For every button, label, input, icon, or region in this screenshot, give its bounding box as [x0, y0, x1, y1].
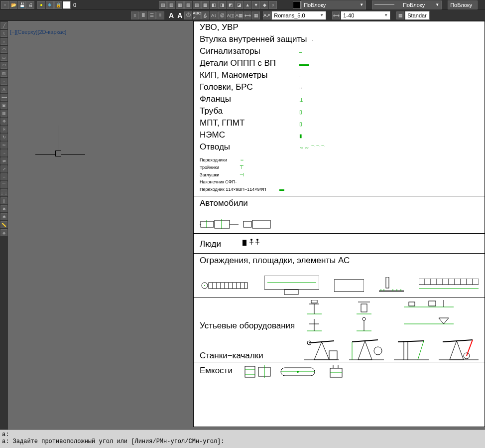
icon-t3[interactable]: ▦: [176, 1, 184, 9]
vtool-scale[interactable]: ⤢: [0, 165, 7, 172]
svg-point-9: [250, 239, 252, 241]
subcat-label: Наконечник СФП-: [200, 179, 237, 184]
svg-rect-31: [386, 277, 389, 288]
text-icon-big[interactable]: A: [167, 11, 175, 19]
svg-rect-0: [201, 221, 214, 227]
cat-symbol: ▯: [299, 121, 302, 127]
vtool-text[interactable]: A: [0, 86, 7, 93]
color-swatch-icon[interactable]: [293, 1, 301, 9]
vtool-copy[interactable]: ⎘: [0, 126, 7, 133]
vtool-rect[interactable]: ▭: [0, 54, 7, 61]
vtool-stretch[interactable]: ↔: [0, 173, 7, 180]
lineweight-dropdown[interactable]: ПоБлоку: [448, 0, 478, 9]
icon-t7[interactable]: ◧: [210, 1, 218, 9]
vtool-array[interactable]: ⋮⋮: [0, 189, 7, 196]
vtool-line[interactable]: ╱: [0, 22, 7, 29]
vtool-move[interactable]: ✥: [0, 118, 7, 125]
icon-t9[interactable]: ◩: [227, 1, 235, 9]
icon-t10[interactable]: ◪: [235, 1, 243, 9]
vtool-erase[interactable]: ✖: [0, 205, 7, 212]
icon-t4[interactable]: ▧: [184, 1, 192, 9]
cat-label: МПТ, ГПМТ: [200, 118, 294, 128]
subcat-row: Тройники⊤: [194, 163, 485, 171]
vtool-measure[interactable]: 📏: [0, 221, 7, 228]
icon-save[interactable]: 💾: [18, 1, 26, 9]
vtool-hatch[interactable]: ▨: [0, 70, 7, 77]
icon-t13[interactable]: ◆: [260, 1, 268, 9]
vtool-dim[interactable]: ⟷: [0, 94, 7, 101]
vtool-block[interactable]: ▣: [0, 102, 7, 109]
equipment-symbols: [304, 300, 479, 361]
icon-a4[interactable]: @: [218, 11, 226, 19]
cat-symbol: ∼ ∼ ⌒⌒⌒: [299, 145, 325, 151]
vtool-trim[interactable]: ✂: [0, 142, 7, 149]
viewport-label[interactable]: [−][Сверху][2D-каркас]: [10, 29, 66, 35]
icon-dim[interactable]: ⟷: [243, 11, 251, 19]
vtool-region[interactable]: ◈: [0, 229, 7, 236]
command-line[interactable]: а: а: Задайте противоположный угол или […: [0, 430, 485, 448]
icon-t2[interactable]: ▥: [167, 1, 175, 9]
svg-point-16: [204, 285, 205, 286]
wellhead-sym-6: [404, 317, 454, 327]
layer-freeze-icon[interactable]: ❄: [46, 1, 54, 9]
dimstyle-icon[interactable]: ⟷: [332, 11, 340, 19]
font-dropdown[interactable]: Romans_5.0 ▼: [271, 11, 326, 20]
wellhead-sym-3: [404, 300, 454, 310]
icon-a5[interactable]: A◫: [227, 11, 235, 19]
vtool-arc[interactable]: ◠: [0, 46, 7, 53]
vtool-rotate[interactable]: ↻: [0, 134, 7, 141]
vtool-point[interactable]: ·: [0, 78, 7, 85]
layer-lock-icon[interactable]: 🔒: [54, 1, 62, 9]
toolbar-row-1: ▫ 📂 💾 🖨 ● ❄ 🔒 0 ▤ ▥ ▦ ▧ ▨ ▩ ◧ ◨ ◩ ◪ ▲ ▼ …: [0, 0, 485, 10]
icon-a1[interactable]: Ⓐ: [184, 11, 192, 19]
linetype-dropdown[interactable]: ПоБлоку ▼: [372, 0, 442, 9]
svg-line-85: [443, 340, 473, 342]
vtool-circle[interactable]: ○: [0, 38, 7, 45]
subcat-symbol: ↔: [240, 157, 244, 162]
svg-marker-67: [439, 318, 449, 324]
layer-lightbulb-icon[interactable]: ●: [37, 1, 45, 9]
subcat-symbol: ⊣: [240, 172, 244, 177]
vtool-ellipse[interactable]: ⬭: [0, 62, 7, 69]
icon-t6[interactable]: ▩: [201, 1, 209, 9]
icon-t14[interactable]: ○: [269, 1, 277, 9]
vtool-explode[interactable]: ✱: [0, 213, 7, 220]
icon-justify2[interactable]: ≣: [139, 11, 147, 19]
drawing-canvas[interactable]: [−][Сверху][2D-каркас] УВО, УВР Втулка в…: [8, 21, 485, 430]
icon-t8[interactable]: ◨: [218, 1, 226, 9]
icon-plot[interactable]: 🖨: [26, 1, 34, 9]
toolbar-row-2: ≡ ≣ ☰ ⫴ A A Ⓐ ABC✓ A̲ A↕ @ A◫ A▦ ⟷ ▦ A↗ …: [0, 10, 485, 21]
icon-open[interactable]: 📂: [9, 1, 17, 9]
dimscale-dropdown[interactable]: 1-40 ▼: [341, 11, 390, 20]
icon-t1[interactable]: ▤: [159, 1, 167, 9]
icon-spellcheck[interactable]: ABC✓: [193, 11, 201, 19]
icon-t12[interactable]: ▼: [252, 1, 260, 9]
icon-a3[interactable]: A↕: [210, 11, 218, 19]
textstyle-icon[interactable]: A↗: [263, 11, 271, 19]
icon-justify3[interactable]: ☰: [148, 11, 156, 19]
pumpjack-sym-3: [394, 336, 429, 361]
vtool-polyline[interactable]: ⌇: [0, 30, 7, 37]
cat-row: Сигнализаторы–: [194, 45, 485, 57]
icon-t11[interactable]: ▲: [243, 1, 251, 9]
icon-new[interactable]: ▫: [1, 1, 9, 9]
mtext-icon[interactable]: A: [176, 11, 184, 19]
tablestyle-icon[interactable]: ▦: [396, 11, 404, 19]
cmdline-line-1: а:: [2, 431, 483, 438]
vtool-extend[interactable]: →: [0, 149, 7, 156]
color-dropdown[interactable]: ПоБлоку ▼: [301, 0, 366, 9]
icon-a6[interactable]: A▦: [235, 11, 243, 19]
icon-table[interactable]: ▦: [252, 11, 260, 19]
icon-justify1[interactable]: ≡: [131, 11, 139, 19]
icon-t5[interactable]: ▨: [193, 1, 201, 9]
cat-label: Головки, БРС: [200, 82, 294, 92]
icon-justify4[interactable]: ⫴: [156, 11, 164, 19]
icon-a2[interactable]: A̲: [201, 11, 209, 19]
layer-name[interactable]: 0: [71, 2, 78, 8]
vtool-table[interactable]: ▦: [0, 110, 7, 117]
vtool-offset[interactable]: ‖: [0, 197, 7, 204]
tablestyle-dropdown[interactable]: Standar: [405, 11, 430, 20]
vtool-fillet[interactable]: ⌒: [0, 181, 7, 188]
vtool-mirror[interactable]: ⇄: [0, 157, 7, 164]
svg-rect-72: [329, 351, 337, 360]
